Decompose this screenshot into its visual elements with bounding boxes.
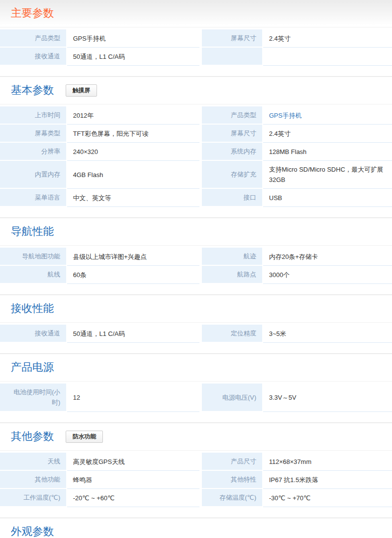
spec-value: 112×68×37mm xyxy=(263,453,392,471)
spec-value: TFT彩色屏幕，阳光下可读 xyxy=(67,125,199,143)
spec-row: 上市时间2012年产品类型GPS手持机 xyxy=(0,106,392,125)
spec-row: 菜单语言中文、英文等接口USB xyxy=(0,189,392,207)
spec-row: 产品类型GPS手持机屏幕尺寸2.4英寸 xyxy=(0,29,392,48)
spec-value: 3.3V～5V xyxy=(263,384,392,412)
spec-label: 系统内存 xyxy=(202,143,263,161)
spec-section: 主要参数产品类型GPS手持机屏幕尺寸2.4英寸接收通道50通道，L1 C/A码 xyxy=(0,0,392,66)
spec-value: 240×320 xyxy=(67,143,199,161)
section-title: 外观参数 xyxy=(11,524,54,538)
spec-table: 产品类型GPS手持机屏幕尺寸2.4英寸接收通道50通道，L1 C/A码 xyxy=(0,29,392,66)
spec-row: 屏幕类型TFT彩色屏幕，阳光下可读屏幕尺寸2.4英寸 xyxy=(0,125,392,143)
spec-label: 产品尺寸 xyxy=(202,453,263,471)
spec-value: 内存20条+存储卡 xyxy=(263,248,392,266)
spec-label: 其他功能 xyxy=(0,471,67,489)
spec-label xyxy=(202,48,263,66)
section-header: 接收性能 xyxy=(0,295,392,318)
spec-label: 分辨率 xyxy=(0,143,67,161)
spec-table: 接收通道50通道，L1 C/A码定位精度3~5米 xyxy=(0,325,392,343)
section-header: 产品电源 xyxy=(0,354,392,377)
spec-value: 60条 xyxy=(67,266,199,284)
spec-value: 蜂鸣器 xyxy=(67,471,199,489)
spec-value: 12 xyxy=(67,384,199,412)
spec-value: 支持Micro SD/Micro SDHC，最大可扩展32GB xyxy=(263,161,392,189)
spec-section: 接收性能接收通道50通道，L1 C/A码定位精度3~5米 xyxy=(0,294,392,343)
spec-label: 上市时间 xyxy=(0,106,67,125)
spec-label: 其他特性 xyxy=(202,471,263,489)
spec-value: 4GB Flash xyxy=(67,161,199,189)
spec-label: 电池使用时间(小时) xyxy=(0,384,67,412)
section-divider xyxy=(0,104,392,104)
spec-label: 屏幕尺寸 xyxy=(202,125,263,143)
spec-section: 产品电源电池使用时间(小时)12电源电压(V)3.3V～5V xyxy=(0,353,392,412)
spec-value: 2.4英寸 xyxy=(263,125,392,143)
section-divider xyxy=(0,27,392,27)
spec-label: 天线 xyxy=(0,453,67,471)
spec-label: 产品类型 xyxy=(202,106,263,125)
section-divider xyxy=(0,322,392,323)
spec-label: 接收通道 xyxy=(0,48,67,66)
spec-section: 基本参数触摸屏上市时间2012年产品类型GPS手持机屏幕类型TFT彩色屏幕，阳光… xyxy=(0,76,392,207)
spec-section: 导航性能导航地图功能县级以上城市详图+兴趣点航迹内存20条+存储卡航线60条航路… xyxy=(0,217,392,284)
spec-value: 2.4英寸 xyxy=(263,29,392,48)
spec-value: IP67 抗1.5米跌落 xyxy=(263,471,392,489)
spec-value: 高灵敏度GPS天线 xyxy=(67,453,199,471)
spec-label: 存储扩充 xyxy=(202,161,263,189)
spec-value: 中文、英文等 xyxy=(67,189,199,207)
spec-value xyxy=(263,48,392,66)
spec-section: 外观参数长度(mm)112mm宽度(mm)68mm高度(mm)37mm xyxy=(0,517,392,538)
spec-label: 工作温度(℃) xyxy=(0,489,67,507)
section-title: 基本参数 xyxy=(11,83,54,98)
spec-value: 3~5米 xyxy=(263,325,392,343)
spec-value-link[interactable]: GPS手持机 xyxy=(263,106,392,125)
spec-label: 接收通道 xyxy=(0,325,67,343)
spec-value: 县级以上城市详图+兴趣点 xyxy=(67,248,199,266)
section-header: 主要参数 xyxy=(0,0,392,23)
spec-label: 内置内存 xyxy=(0,161,67,189)
spec-table: 电池使用时间(小时)12电源电压(V)3.3V～5V xyxy=(0,384,392,412)
section-header: 外观参数 xyxy=(0,518,392,538)
spec-label: 导航地图功能 xyxy=(0,248,67,266)
section-divider xyxy=(0,245,392,246)
spec-value: GPS手持机 xyxy=(67,29,199,48)
spec-label: 屏幕尺寸 xyxy=(202,29,263,48)
feature-badge-button[interactable]: 防水功能 xyxy=(66,431,103,443)
section-divider xyxy=(0,381,392,382)
spec-label: 定位精度 xyxy=(202,325,263,343)
spec-row: 其他功能蜂鸣器其他特性IP67 抗1.5米跌落 xyxy=(0,471,392,489)
spec-value: 50通道，L1 C/A码 xyxy=(67,325,199,343)
feature-badge-button[interactable]: 触摸屏 xyxy=(66,84,97,97)
spec-label: 电源电压(V) xyxy=(202,384,263,412)
spec-table: 导航地图功能县级以上城市详图+兴趣点航迹内存20条+存储卡航线60条航路点300… xyxy=(0,248,392,284)
spec-value: USB xyxy=(263,189,392,207)
spec-row: 导航地图功能县级以上城市详图+兴趣点航迹内存20条+存储卡 xyxy=(0,248,392,266)
spec-table: 天线高灵敏度GPS天线产品尺寸112×68×37mm其他功能蜂鸣器其他特性IP6… xyxy=(0,453,392,507)
section-title: 接收性能 xyxy=(11,301,54,316)
section-title: 产品电源 xyxy=(11,360,54,375)
spec-table: 上市时间2012年产品类型GPS手持机屏幕类型TFT彩色屏幕，阳光下可读屏幕尺寸… xyxy=(0,106,392,207)
spec-section: 其他参数防水功能天线高灵敏度GPS天线产品尺寸112×68×37mm其他功能蜂鸣… xyxy=(0,422,392,507)
spec-value: 2012年 xyxy=(67,106,199,125)
spec-value: -30℃ ~ +70℃ xyxy=(263,489,392,507)
section-title: 其他参数 xyxy=(11,429,54,444)
spec-row: 航线60条航路点3000个 xyxy=(0,266,392,284)
spec-row: 电池使用时间(小时)12电源电压(V)3.3V～5V xyxy=(0,384,392,412)
spec-value: 128MB Flash xyxy=(263,143,392,161)
spec-row: 接收通道50通道，L1 C/A码定位精度3~5米 xyxy=(0,325,392,343)
spec-value: 50通道，L1 C/A码 xyxy=(67,48,199,66)
spec-label: 存储温度(℃) xyxy=(202,489,263,507)
spec-value: -20℃ ~ +60℃ xyxy=(67,489,199,507)
spec-row: 接收通道50通道，L1 C/A码 xyxy=(0,48,392,66)
spec-page: 主要参数产品类型GPS手持机屏幕尺寸2.4英寸接收通道50通道，L1 C/A码基… xyxy=(0,0,392,538)
spec-label: 航迹 xyxy=(202,248,263,266)
section-title: 导航性能 xyxy=(11,224,54,239)
spec-row: 分辨率240×320系统内存128MB Flash xyxy=(0,143,392,161)
spec-row: 工作温度(℃)-20℃ ~ +60℃存储温度(℃)-30℃ ~ +70℃ xyxy=(0,489,392,507)
section-header: 其他参数防水功能 xyxy=(0,423,392,446)
section-divider xyxy=(0,450,392,451)
spec-label: 航路点 xyxy=(202,266,263,284)
section-header: 基本参数触摸屏 xyxy=(0,77,392,100)
spec-label: 菜单语言 xyxy=(0,189,67,207)
section-header: 导航性能 xyxy=(0,218,392,241)
spec-label: 屏幕类型 xyxy=(0,125,67,143)
spec-label: 产品类型 xyxy=(0,29,67,48)
